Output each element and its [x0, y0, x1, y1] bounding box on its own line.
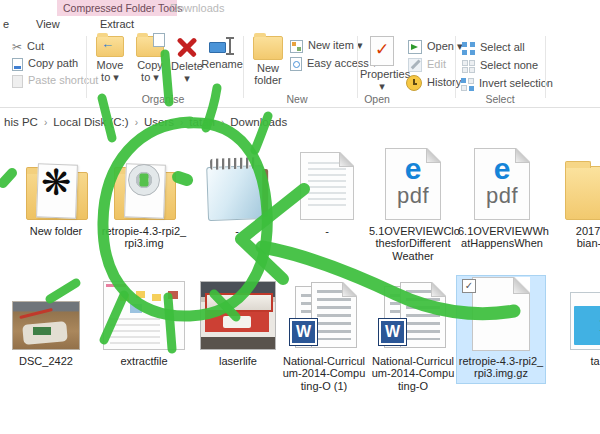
edit-label: Edit [427, 58, 446, 70]
new-item-icon [290, 40, 303, 53]
file-label: DSC_2422 [2, 355, 90, 367]
file-label: 2017-04bian-jes [552, 225, 600, 250]
file-label: New folder [12, 225, 100, 237]
word-doc-icon: W [378, 282, 448, 352]
breadcrumb-separator: › [40, 117, 51, 128]
folder-pinwheel-icon: ❋ [21, 150, 91, 222]
address-bar: his PC›Local Disk (C:)›Users›tatan›Downl… [0, 108, 600, 138]
edge-pdf-icon: epdf [385, 148, 441, 220]
photo-dsc-icon [12, 301, 80, 350]
file-tile[interactable]: epdf6.1OVERVIEWWhatHappensWhen [458, 146, 546, 253]
file-tile[interactable]: WNational-Curriculum-2014-Computing-O [369, 276, 457, 395]
history-label: History [427, 76, 461, 88]
breadcrumb-item[interactable]: Downloads [228, 116, 289, 128]
move-to-button[interactable]: ← Moveto ▾ [90, 36, 130, 83]
file-label: retropie-4.3-rpi2_rpi3.img [100, 225, 188, 250]
word-doc-icon: W [289, 282, 359, 352]
tab-compressed-folder-tools[interactable]: Compressed Folder Tools [57, 0, 177, 16]
ribbon-tab-strip: Compressed Folder Tools Downloads [0, 0, 600, 16]
edit-icon [408, 58, 422, 72]
paste-shortcut-icon [12, 75, 23, 88]
file-tile[interactable]: laserlife [194, 276, 282, 370]
file-tile[interactable]: 2017-04bian-jes [552, 146, 600, 253]
file-tile[interactable]: ★ta [551, 276, 600, 370]
text-doc-icon [300, 152, 354, 220]
invert-selection-button[interactable]: Invert selection [461, 75, 553, 91]
properties-icon: ✓ [370, 36, 394, 66]
properties-button[interactable]: ✓ Properties▾ [360, 36, 404, 92]
file-label: ta [551, 355, 600, 367]
cut-label: Cut [27, 40, 44, 52]
paste-shortcut-label: Paste shortcut [28, 74, 98, 86]
easy-access-icon [290, 57, 302, 71]
ribbon-separator [243, 36, 244, 98]
file-tile[interactable]: ❋New folder [12, 146, 100, 240]
photo-starfish-icon: ★ [570, 292, 600, 350]
notepad-icon [206, 157, 268, 221]
folder-disc-icon [109, 150, 179, 222]
file-tile[interactable]: - [193, 146, 281, 240]
ribbon-separator [545, 36, 546, 98]
file-label: extractfile [100, 355, 188, 367]
select-none-icon [462, 60, 475, 73]
invert-selection-icon [461, 78, 474, 91]
file-tile[interactable]: ✓retropie-4.3-rpi2_rpi3.img.gz [457, 276, 545, 383]
breadcrumb-item[interactable]: Users [142, 116, 176, 128]
select-all-label: Select all [480, 41, 525, 53]
select-all-button[interactable]: Select all [462, 39, 525, 55]
file-tile[interactable]: retropie-4.3-rpi2_rpi3.img [100, 146, 188, 253]
rename-button[interactable]: Rename [200, 36, 244, 71]
file-tile[interactable]: DSC_2422 [2, 276, 90, 370]
breadcrumb-item[interactable]: tatan [187, 116, 217, 128]
select-all-icon [462, 42, 475, 55]
menu-item-extract[interactable]: Extract [57, 18, 177, 30]
group-label-select: Select [465, 93, 535, 105]
ribbon-menu-row: e View Extract [0, 16, 600, 32]
breadcrumb-item[interactable]: Local Disk (C:) [51, 116, 130, 128]
open-icon [408, 40, 422, 54]
new-item-label: New item ▾ [308, 39, 362, 51]
edit-button[interactable]: Edit [408, 56, 446, 72]
file-tile[interactable]: WNational-Curriculum-2014-Computing-O (1… [280, 276, 368, 395]
group-label-new: New [262, 93, 332, 105]
ribbon-separator [455, 36, 456, 98]
ribbon: ✂Cut Copy path Paste shortcut ← Moveto ▾… [0, 32, 600, 108]
new-folder-icon [253, 36, 283, 60]
breadcrumb: his PC›Local Disk (C:)›Users›tatan›Downl… [2, 116, 289, 128]
file-list: ❋New folderretropie-4.3-rpi2_rpi3.img--e… [0, 138, 600, 434]
copy-path-button[interactable]: Copy path [12, 55, 78, 71]
copy-to-button[interactable]: Copyto ▾ [130, 36, 170, 83]
ribbon-separator [357, 36, 358, 98]
edge-pdf-icon: epdf [474, 148, 530, 220]
scissors-icon: ✂ [12, 39, 22, 55]
new-item-button[interactable]: New item ▾ [290, 37, 362, 53]
breadcrumb-separator: › [131, 117, 142, 128]
file-label: National-Curriculum-2014-Computing-O (1) [280, 355, 368, 392]
select-none-label: Select none [480, 59, 538, 71]
copy-path-label: Copy path [28, 57, 78, 69]
group-label-open: Open [342, 93, 412, 105]
open-label: Open ▾ [427, 40, 463, 52]
breadcrumb-separator: › [176, 117, 187, 128]
file-tile[interactable]: extractfile [100, 276, 188, 370]
screenshot-icon [103, 281, 185, 350]
delete-x-icon [176, 36, 198, 58]
item-checkbox[interactable]: ✓ [462, 279, 476, 293]
file-label: National-Curriculum-2014-Computing-O [369, 355, 457, 392]
menu-item-partial[interactable]: e [3, 18, 9, 30]
file-label: laserlife [194, 355, 282, 367]
file-label: 5.1OVERVIEWClothesforDifferentWeather [369, 225, 457, 262]
tab-downloads[interactable]: Downloads [170, 0, 224, 16]
cut-button[interactable]: ✂Cut [12, 38, 44, 54]
breadcrumb-separator: › [217, 117, 228, 128]
copy-path-icon [12, 58, 23, 71]
file-tile[interactable]: - [283, 146, 371, 240]
new-folder-button[interactable]: Newfolder [248, 36, 288, 86]
breadcrumb-item[interactable]: his PC [2, 116, 40, 128]
history-button[interactable]: History [406, 74, 461, 90]
file-label: retropie-4.3-rpi2_rpi3.img.gz [457, 355, 545, 380]
ribbon-separator [86, 36, 87, 98]
select-none-button[interactable]: Select none [462, 57, 538, 73]
rename-icon [209, 36, 235, 56]
file-tile[interactable]: epdf5.1OVERVIEWClothesforDifferentWeathe… [369, 146, 457, 265]
